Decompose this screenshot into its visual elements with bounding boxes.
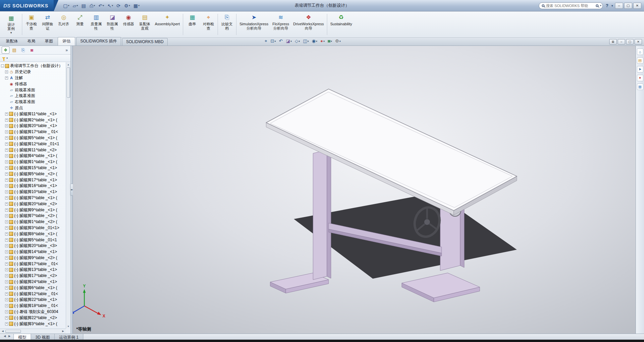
heads-up-button[interactable]: ⊡ ▾ (270, 38, 277, 44)
expander-icon[interactable]: + (5, 250, 8, 253)
expander-icon[interactable]: + (5, 124, 8, 127)
expander-icon[interactable]: + (5, 239, 8, 242)
component-row[interactable]: + (-) 腻螺脚17^table _<1> (1, 177, 66, 183)
component-row[interactable]: + (-) 腻螺脚20^table _<1> (1, 123, 66, 129)
addin-tab[interactable]: SOLIDWORKS MBD (122, 38, 168, 45)
ribbon-button[interactable]: ⌖ 对称检 查 (200, 12, 217, 37)
component-row[interactable]: + (-) 腻螺脚7^table _<1> ( (1, 195, 66, 201)
ribbon-button[interactable]: ⇄ 间隙验 证 (39, 12, 56, 37)
expander-icon[interactable]: + (5, 292, 8, 296)
expander-icon[interactable]: + (5, 136, 8, 139)
ribbon-button[interactable]: ▤ 装配体 直观 (137, 12, 153, 37)
task-pane-button[interactable]: ⌂ (637, 49, 643, 55)
component-row[interactable]: + (-) 腻螺脚9^table _<1> ( (1, 207, 66, 213)
tree-root-row[interactable]: - 表缩调节工作台（创新设计） (1, 63, 66, 69)
expander-icon[interactable]: + (5, 190, 8, 193)
ribbon-button[interactable]: ⤢ 测量 (72, 12, 88, 37)
panel-tab[interactable]: ▤ (10, 46, 18, 54)
quickbar-button[interactable]: ↖ ▾ (106, 3, 115, 9)
expander-icon[interactable]: + (5, 143, 8, 146)
search-submit-icon[interactable] (596, 4, 598, 7)
document-window-button[interactable]: ⊞ (609, 39, 617, 44)
heads-up-button[interactable]: ◫ ▾ (302, 38, 310, 44)
component-row[interactable]: + (-) 腻螺脚22^table _<2> (1, 315, 66, 321)
heads-up-button[interactable]: ⌖ (263, 38, 268, 44)
mode-tab[interactable]: 3D 视图 (31, 334, 55, 340)
search-input[interactable] (546, 4, 594, 8)
component-row[interactable]: + (-) 暑锚 项刻实金_60304 (1, 309, 66, 315)
tree-row[interactable]: ✛ 原点 (1, 105, 66, 111)
component-row[interactable]: + (-) 腻螺脚14^table _<1> (1, 249, 66, 255)
component-row[interactable]: + (-) 腻螺脚12^table _ 01< (1, 291, 66, 297)
component-row[interactable]: + (-) 腻螺脚5^table _01<1 (1, 237, 66, 243)
component-row[interactable]: + (-) 腻螺脚9^table _<2> ( (1, 255, 66, 261)
component-row[interactable]: + (-) 腻螺脚22^table _<1> (1, 297, 66, 303)
help-caret-icon[interactable]: ▾ (611, 4, 613, 7)
ribbon-button[interactable]: ≋ FloXpress 分析向导 (271, 12, 291, 37)
component-row[interactable]: + (-) 腻螺脚20^table _<2> (1, 201, 66, 207)
tree-row[interactable]: + ◷ 历史记录 (1, 69, 66, 75)
expander-icon[interactable]: + (5, 203, 8, 206)
ribbon-button[interactable]: ▣ 干涉检 查 (23, 12, 39, 37)
expander-icon[interactable]: + (5, 304, 8, 307)
tree-row[interactable]: ◉ 传感器 (1, 81, 66, 87)
scrollbar-thumb[interactable] (67, 67, 70, 98)
ribbon-button[interactable]: ♻ Sustainability (328, 12, 354, 37)
expander-icon[interactable]: + (5, 268, 8, 271)
expander-icon[interactable]: + (5, 226, 8, 229)
expander-icon[interactable]: + (5, 256, 8, 259)
component-row[interactable]: + (-) 腻螺脚17^table _ 01< (1, 261, 66, 267)
component-row[interactable]: + (-) 腻螺脚5^table _<2> ( (1, 171, 66, 177)
heads-up-button[interactable]: ◇ ▾ (294, 38, 301, 44)
command-tab[interactable]: 布局 (23, 37, 40, 45)
component-row[interactable]: + (-) 腻螺脚8^table _<1> ( (1, 231, 66, 237)
sheet-nav-left-icon[interactable]: ◀ (3, 335, 7, 338)
heads-up-button[interactable]: ◉ ▾ (311, 38, 318, 44)
expander-icon[interactable]: + (5, 322, 8, 325)
design-study-button[interactable]: ▦ 设计 算例 ▼ (1, 12, 21, 37)
expander-icon[interactable]: + (5, 130, 8, 133)
component-row[interactable]: + (-) 腻螺脚3^table _<1> ( (1, 321, 66, 327)
table-model[interactable]: Y X Z (73, 46, 636, 334)
expander-icon[interactable]: + (5, 286, 8, 289)
document-window-button[interactable]: – (618, 39, 625, 44)
mode-tab[interactable]: 模型 (13, 334, 31, 340)
component-row[interactable]: + (-) 腻螺脚24^table _<1> (1, 279, 66, 285)
search-dropdown-icon[interactable]: ▾ (600, 4, 601, 7)
quickbar-button[interactable]: ▱ ▾ (72, 3, 80, 9)
task-pane-button[interactable]: ✦ (637, 75, 643, 81)
command-tab[interactable]: 评估 (58, 37, 75, 45)
component-row[interactable]: + (-) 腻螺脚4^table _<1> ( (1, 153, 66, 159)
help-button[interactable]: ? (605, 3, 610, 8)
component-row[interactable]: + (-) 腻螺脚17^table _ 01< (1, 129, 66, 135)
expander-icon[interactable]: + (5, 214, 8, 217)
heads-up-button[interactable]: ◪ ▾ (285, 38, 293, 44)
tree-row[interactable]: ▱ 上视基准面 (1, 93, 66, 99)
expander-icon[interactable]: + (5, 316, 8, 319)
scroll-left-icon[interactable]: ◀ (1, 330, 5, 333)
task-pane-button[interactable]: ▤ (637, 57, 643, 64)
heads-up-button[interactable]: ↶ (278, 38, 284, 44)
ribbon-button[interactable]: ▦ 曲率 (184, 12, 200, 37)
task-pane-button[interactable]: ▦ (637, 84, 643, 90)
heads-up-button[interactable]: ◙ ▾ (327, 38, 333, 44)
tree-filter-bar[interactable]: ▾ (0, 55, 71, 62)
component-row[interactable]: + (-) 腻螺脚15^table _<1> (1, 165, 66, 171)
panel-tab[interactable]: ◙ (28, 46, 36, 54)
expander-icon[interactable]: + (5, 166, 8, 169)
expander-icon[interactable]: + (5, 244, 8, 247)
expander-icon[interactable]: + (5, 274, 8, 277)
component-row[interactable]: + (-) 腻螺脚10^table _<1> (1, 189, 66, 195)
component-row[interactable]: + (-) 腻螺脚20^table _<3> (1, 243, 66, 249)
ribbon-button[interactable]: ❖ DriveWorksXpress 向导 (291, 12, 326, 37)
tree-row[interactable]: ▱ 右视基准面 (1, 99, 66, 105)
scrollbar-thumb[interactable] (5, 330, 21, 333)
expander-icon[interactable]: + (5, 209, 8, 212)
component-row[interactable]: + (-) 腻螺脚2^table _<1> ( (1, 117, 66, 123)
expander-icon[interactable]: + (5, 310, 8, 313)
task-pane-button[interactable]: ➤ (637, 66, 643, 72)
heads-up-button[interactable]: ● ▾ (319, 38, 326, 44)
mode-tab[interactable]: 运动算例 1 (54, 334, 83, 340)
expander-icon[interactable]: + (5, 119, 8, 122)
quickbar-button[interactable]: ↶ ▾ (97, 3, 106, 9)
